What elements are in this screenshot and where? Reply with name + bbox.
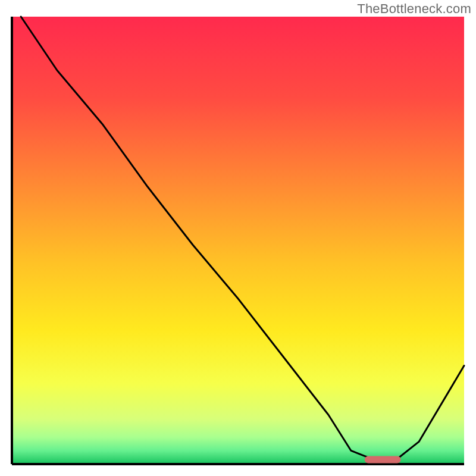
chart-frame: TheBottleneck.com <box>0 0 476 476</box>
plot-background <box>12 17 464 464</box>
optimal-range-marker <box>365 456 401 463</box>
bottleneck-chart <box>0 0 476 476</box>
